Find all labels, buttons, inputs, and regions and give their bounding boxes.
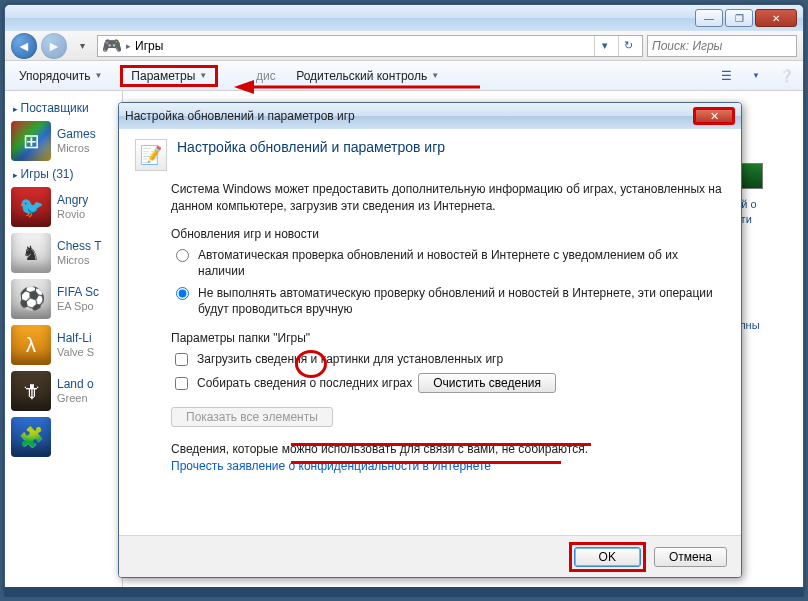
radio-auto-check[interactable]: Автоматическая проверка обновлений и нов… bbox=[171, 247, 725, 279]
item-name: Land o bbox=[57, 378, 94, 392]
item-name: Half-Li bbox=[57, 332, 94, 346]
titlebar: — ❐ ✕ bbox=[5, 5, 803, 31]
group-title: Обновления игр и новости bbox=[171, 227, 319, 241]
dialog-body: 📝 Настройка обновлений и параметров игр … bbox=[119, 129, 741, 535]
dialog-titlebar: Настройка обновлений и параметров игр ✕ bbox=[119, 103, 741, 129]
list-item[interactable]: λ Half-LiValve S bbox=[11, 325, 116, 365]
toolbar: Упорядочить ▼ Параметры ▼ дис Родительск… bbox=[5, 61, 803, 91]
parental-label: Родительский контроль bbox=[296, 69, 427, 83]
sidebar: Поставщики ⊞ GamesMicros Игры (31) 🐦 Ang… bbox=[5, 91, 123, 593]
updates-group: Обновления игр и новости Автоматическая … bbox=[171, 227, 725, 318]
providers-header[interactable]: Поставщики bbox=[13, 101, 116, 115]
checkbox-input[interactable] bbox=[175, 377, 188, 390]
folder-icon: 🎮 bbox=[102, 36, 122, 55]
dialog-footer: OK Отмена bbox=[119, 535, 741, 577]
parental-control-menu[interactable]: Родительский контроль ▼ bbox=[290, 67, 445, 85]
dialog-heading: Настройка обновлений и параметров игр bbox=[177, 139, 445, 155]
annotation-underline bbox=[291, 443, 591, 446]
chevron-down-icon: ▼ bbox=[94, 71, 102, 80]
help-icon[interactable]: ❔ bbox=[777, 67, 795, 85]
settings-dialog: Настройка обновлений и параметров игр ✕ … bbox=[118, 102, 742, 578]
navbar: ◄ ► ▾ 🎮 ▸ Игры ▾ ↻ bbox=[5, 31, 803, 61]
address-dropdown-icon[interactable]: ▾ bbox=[594, 36, 614, 56]
list-item[interactable]: ⚽ FIFA ScEA Spo bbox=[11, 279, 116, 319]
view-chevron-icon[interactable]: ▼ bbox=[747, 67, 765, 85]
fifa-icon: ⚽ bbox=[11, 279, 51, 319]
minimize-button[interactable]: — bbox=[695, 9, 723, 27]
radio-manual-check[interactable]: Не выполнять автоматическую проверку обн… bbox=[171, 285, 725, 317]
group-title: Параметры папки "Игры" bbox=[171, 331, 310, 345]
checkbox-label: Загрузить сведения и картинки для устано… bbox=[197, 351, 503, 367]
radio-input[interactable] bbox=[176, 249, 189, 262]
radio-input[interactable] bbox=[176, 287, 189, 300]
puzzle-icon: 🧩 bbox=[11, 417, 51, 457]
back-button[interactable]: ◄ bbox=[11, 33, 37, 59]
radio-label: Не выполнять автоматическую проверку обн… bbox=[198, 285, 725, 317]
checkbox-collect-recent[interactable]: Собирать сведения о последних играх Очис… bbox=[171, 375, 725, 393]
item-name: FIFA Sc bbox=[57, 286, 99, 300]
checkbox-label: Собирать сведения о последних играх bbox=[197, 375, 412, 391]
dialog-icon: 📝 bbox=[135, 139, 167, 171]
land-icon: 🗡 bbox=[11, 371, 51, 411]
dialog-close-button[interactable]: ✕ bbox=[693, 107, 735, 125]
item-meta: Micros bbox=[57, 254, 101, 267]
list-item[interactable]: 🐦 AngryRovio bbox=[11, 187, 116, 227]
ok-button[interactable]: OK bbox=[574, 547, 641, 567]
list-item[interactable]: ♞ Chess TMicros bbox=[11, 233, 116, 273]
search-input[interactable] bbox=[647, 35, 797, 57]
item-meta: EA Spo bbox=[57, 300, 99, 313]
organize-menu[interactable]: Упорядочить ▼ bbox=[13, 67, 108, 85]
organize-label: Упорядочить bbox=[19, 69, 90, 83]
history-dropdown-icon[interactable]: ▾ bbox=[71, 33, 93, 59]
radio-label: Автоматическая проверка обновлений и нов… bbox=[198, 247, 725, 279]
view-mode-icon[interactable]: ☰ bbox=[717, 67, 735, 85]
annotation-underline bbox=[291, 461, 561, 464]
maximize-button[interactable]: ❐ bbox=[725, 9, 753, 27]
item-meta: Valve S bbox=[57, 346, 94, 359]
games-provider-icon: ⊞ bbox=[11, 121, 51, 161]
clear-info-button[interactable]: Очистить сведения bbox=[418, 373, 556, 393]
list-item[interactable]: ⊞ GamesMicros bbox=[11, 121, 116, 161]
forward-button[interactable]: ► bbox=[41, 33, 67, 59]
refresh-icon[interactable]: ↻ bbox=[618, 36, 638, 56]
checkbox-input[interactable] bbox=[175, 353, 188, 366]
list-item[interactable]: 🧩 bbox=[11, 417, 116, 457]
list-item[interactable]: 🗡 Land oGreen bbox=[11, 371, 116, 411]
item-meta: Green bbox=[57, 392, 94, 405]
item-meta: Rovio bbox=[57, 208, 88, 221]
dialog-title: Настройка обновлений и параметров игр bbox=[125, 109, 693, 123]
chevron-down-icon: ▼ bbox=[431, 71, 439, 80]
close-button[interactable]: ✕ bbox=[755, 9, 797, 27]
parameters-label: Параметры bbox=[131, 69, 195, 83]
dialog-description: Система Windows может предоставить допол… bbox=[171, 181, 725, 215]
address-bar[interactable]: 🎮 ▸ Игры ▾ ↻ bbox=[97, 35, 643, 57]
item-name: Angry bbox=[57, 194, 88, 208]
angry-birds-icon: 🐦 bbox=[11, 187, 51, 227]
item-meta: Micros bbox=[57, 142, 96, 155]
breadcrumb-location[interactable]: Игры bbox=[135, 39, 163, 53]
checkbox-download-info[interactable]: Загрузить сведения и картинки для устано… bbox=[171, 351, 725, 369]
half-life-icon: λ bbox=[11, 325, 51, 365]
obscured-menu-label: дис bbox=[256, 69, 276, 83]
games-header[interactable]: Игры (31) bbox=[13, 167, 116, 181]
chevron-down-icon: ▼ bbox=[199, 71, 207, 80]
breadcrumb-sep-icon: ▸ bbox=[126, 41, 131, 51]
privacy-note: Сведения, которые можно использовать для… bbox=[171, 441, 725, 475]
folder-params-group: Параметры папки "Игры" Загрузить сведени… bbox=[171, 331, 725, 427]
parameters-menu[interactable]: Параметры ▼ bbox=[120, 65, 218, 87]
chess-icon: ♞ bbox=[11, 233, 51, 273]
cancel-button[interactable]: Отмена bbox=[654, 547, 727, 567]
show-all-button[interactable]: Показать все элементы bbox=[171, 407, 333, 427]
item-name: Games bbox=[57, 128, 96, 142]
ok-highlight: OK bbox=[569, 542, 646, 572]
item-name: Chess T bbox=[57, 240, 101, 254]
desktop-background-strip bbox=[4, 587, 804, 597]
